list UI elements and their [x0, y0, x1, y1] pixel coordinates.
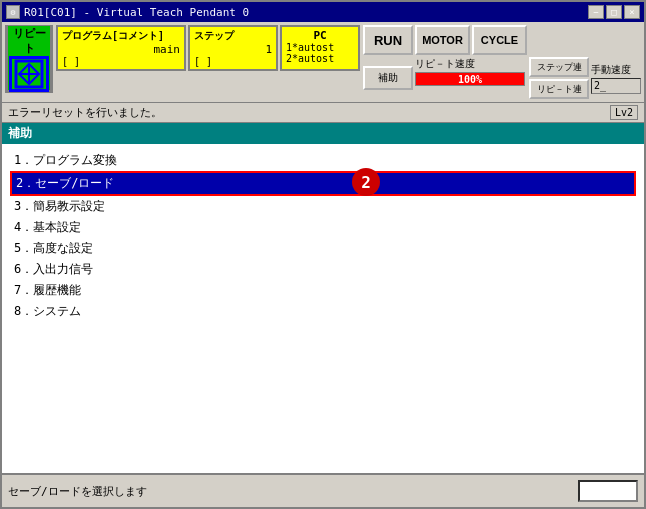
window-title: R01[C01] - Virtual Teach Pendant 0: [24, 6, 588, 19]
menu-item-7[interactable]: 7．履歴機能: [10, 280, 636, 301]
step-bracket: [ ]: [194, 56, 272, 67]
pc-value2: 2*autost: [286, 53, 354, 64]
program-value: main: [62, 43, 180, 56]
bottom-message: セーブ/ロードを選択します: [8, 484, 147, 499]
repeat-label: リピート: [8, 26, 50, 56]
annotation-2: 2: [352, 168, 380, 196]
speed-value: 100%: [458, 74, 482, 85]
repeat-icon: [9, 56, 49, 92]
menu-item-3[interactable]: 3．簡易教示設定: [10, 196, 636, 217]
sub-buttons-row: 補助 リピ－ト速度 100% ステップ連 リピ－ト連 手動速度 2: [363, 57, 641, 99]
title-bar: ⚙ R01[C01] - Virtual Teach Pendant 0 − □…: [2, 2, 644, 22]
program-field: プログラム[コメント] main [ ]: [56, 25, 186, 71]
pc-label: PC: [286, 29, 354, 42]
pc-field: PC 1*autost 2*autost: [280, 25, 360, 71]
speed-group: リピ－ト速度 100% ステップ連 リピ－ト連: [415, 57, 589, 99]
menu-item-2[interactable]: 2．セーブ/ロード: [10, 171, 636, 196]
manual-speed-label: 手動速度: [591, 63, 631, 77]
speed-bar: 100%: [415, 72, 525, 86]
status-bar: エラーリセットを行いました。 Lv2: [2, 102, 644, 123]
step-ren-button[interactable]: ステップ連: [529, 57, 589, 77]
titlebar-buttons: − □ ×: [588, 5, 640, 19]
program-bracket: [ ]: [62, 56, 180, 67]
step-label: ステップ: [194, 29, 272, 43]
step-buttons: ステップ連 リピ－ト連: [529, 57, 589, 99]
bottom-input[interactable]: [578, 480, 638, 502]
speed-label: リピ－ト速度: [415, 57, 525, 71]
pc-value1: 1*autost: [286, 42, 354, 53]
main-buttons-row: RUN MOTOR CYCLE: [363, 25, 641, 55]
menu-item-1[interactable]: 1．プログラム変換: [10, 150, 636, 171]
step-value: 1: [194, 43, 272, 56]
right-panel: RUN MOTOR CYCLE 補助 リピ－ト速度 100% ステップ連 リピ－…: [363, 25, 641, 99]
repeat-button[interactable]: リピート: [5, 25, 53, 93]
motor-button[interactable]: MOTOR: [415, 25, 470, 55]
hojo-button[interactable]: 補助: [363, 66, 413, 90]
menu-list: 1．プログラム変換2．セーブ/ロード3．簡易教示設定4．基本設定5．高度な設定6…: [10, 150, 636, 322]
program-label: プログラム[コメント]: [62, 29, 180, 43]
minimize-button[interactable]: −: [588, 5, 604, 19]
cycle-button[interactable]: CYCLE: [472, 25, 527, 55]
menu-item-6[interactable]: 6．入出力信号: [10, 259, 636, 280]
menu-area: 1．プログラム変換2．セーブ/ロード3．簡易教示設定4．基本設定5．高度な設定6…: [2, 144, 644, 473]
run-button[interactable]: RUN: [363, 25, 413, 55]
fields-group: プログラム[コメント] main [ ] ステップ 1 [ ] PC 1*aut…: [56, 25, 360, 99]
hojo-header: 補助: [2, 123, 644, 144]
maximize-button[interactable]: □: [606, 5, 622, 19]
menu-item-5[interactable]: 5．高度な設定: [10, 238, 636, 259]
step-field: ステップ 1 [ ]: [188, 25, 278, 71]
top-panel: リピート プログラム[コメント] main [ ]: [2, 22, 644, 102]
manual-speed-value: 2_: [591, 78, 641, 94]
lipit-ren-button[interactable]: リピ－ト連: [529, 79, 589, 99]
menu-item-8[interactable]: 8．システム: [10, 301, 636, 322]
menu-item-4[interactable]: 4．基本設定: [10, 217, 636, 238]
main-window: ⚙ R01[C01] - Virtual Teach Pendant 0 − □…: [0, 0, 646, 509]
window-icon: ⚙: [6, 5, 20, 19]
bottom-bar: セーブ/ロードを選択します: [2, 473, 644, 507]
close-button[interactable]: ×: [624, 5, 640, 19]
speed-section: リピ－ト速度 100%: [415, 57, 525, 86]
lv-badge: Lv2: [610, 105, 638, 120]
field-row-top: プログラム[コメント] main [ ] ステップ 1 [ ] PC 1*aut…: [56, 25, 360, 71]
status-message: エラーリセットを行いました。: [8, 105, 162, 120]
